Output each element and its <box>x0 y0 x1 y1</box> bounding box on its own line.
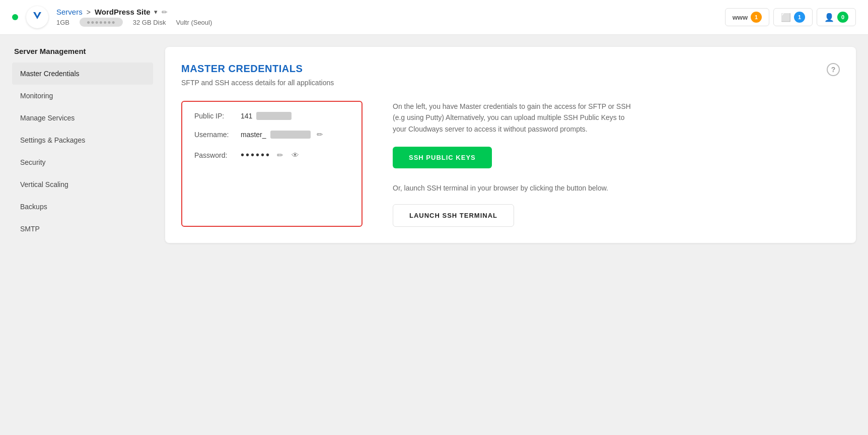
username-text-visible: master_ <box>241 131 266 139</box>
sidebar: Server Management Master Credentials Mon… <box>12 47 153 243</box>
right-panel: On the left, you have Master credentials… <box>393 101 840 227</box>
user-badge-button[interactable]: 👤 0 <box>817 8 856 26</box>
sidebar-item-security[interactable]: Security <box>12 151 153 173</box>
server-status-dot <box>12 14 18 20</box>
launch-ssh-terminal-button[interactable]: LAUNCH SSH TERMINAL <box>393 204 514 227</box>
server-location: Vultr (Seoul) <box>176 19 212 26</box>
content-panel: ? MASTER CREDENTIALS SFTP and SSH access… <box>165 47 856 243</box>
username-row: Username: master_ ✏ <box>194 129 349 140</box>
breadcrumb: Servers > WordPress Site ▾ ✏ <box>56 8 212 16</box>
ip-text-masked <box>256 112 292 120</box>
password-row: Password: •••••• ✏ 👁 <box>194 149 349 161</box>
launch-text: Or, launch SSH terminal in your browser … <box>393 182 634 194</box>
header: Servers > WordPress Site ▾ ✏ 1GB ●●●●●●●… <box>0 0 868 35</box>
ssh-public-keys-button[interactable]: SSH PUBLIC KEYS <box>393 147 492 168</box>
user-icon: 👤 <box>824 13 834 22</box>
password-show-icon[interactable]: 👁 <box>290 150 301 160</box>
main-layout: Server Management Master Credentials Mon… <box>0 35 868 255</box>
section-title: MASTER CREDENTIALS <box>181 63 840 75</box>
www-badge-button[interactable]: www 1 <box>725 8 769 26</box>
breadcrumb-current-page: WordPress Site <box>95 8 151 16</box>
ip-text-visible: 141 <box>241 112 252 120</box>
sidebar-item-smtp[interactable]: SMTP <box>12 218 153 240</box>
header-left: Servers > WordPress Site ▾ ✏ 1GB ●●●●●●●… <box>12 6 212 28</box>
help-icon[interactable]: ? <box>827 63 840 76</box>
monitor-count-badge: 1 <box>794 12 805 23</box>
password-dots: •••••• <box>241 149 271 161</box>
sidebar-item-master-credentials[interactable]: Master Credentials <box>12 63 153 85</box>
sidebar-title: Server Management <box>12 47 153 55</box>
server-ram: 1GB <box>56 19 69 26</box>
password-edit-icon[interactable]: ✏ <box>275 150 285 161</box>
sidebar-item-backups[interactable]: Backups <box>12 196 153 218</box>
server-disk: 32 GB Disk <box>133 19 166 26</box>
svg-marker-0 <box>33 12 41 19</box>
username-label: Username: <box>194 131 235 139</box>
sidebar-item-monitoring[interactable]: Monitoring <box>12 85 153 107</box>
breadcrumb-chevron-icon: > <box>87 8 91 16</box>
sidebar-item-settings-packages[interactable]: Settings & Packages <box>12 129 153 151</box>
monitor-badge-button[interactable]: ⬜ 1 <box>773 8 813 26</box>
dropdown-icon[interactable]: ▾ <box>154 8 158 16</box>
credentials-box: Public IP: 141 Username: master_ ✏ <box>181 101 363 227</box>
content-body: Public IP: 141 Username: master_ ✏ <box>181 101 840 227</box>
www-count-badge: 1 <box>751 12 762 23</box>
public-ip-row: Public IP: 141 <box>194 112 349 120</box>
edit-icon[interactable]: ✏ <box>162 8 168 16</box>
password-value: •••••• ✏ 👁 <box>241 149 301 161</box>
public-ip-label: Public IP: <box>194 112 235 120</box>
username-edit-icon[interactable]: ✏ <box>315 129 325 140</box>
sidebar-item-manage-services[interactable]: Manage Services <box>12 107 153 129</box>
info-text: On the left, you have Master credentials… <box>393 101 634 135</box>
user-count-badge: 0 <box>837 12 848 23</box>
monitor-icon: ⬜ <box>781 13 791 22</box>
server-ip-masked: ●●●●●●● <box>80 18 123 27</box>
password-label: Password: <box>194 151 235 159</box>
header-right: www 1 ⬜ 1 👤 0 <box>725 8 856 26</box>
www-icon: www <box>733 14 748 21</box>
section-subtitle: SFTP and SSH access details for all appl… <box>181 79 840 87</box>
logo <box>26 6 48 28</box>
server-info: Servers > WordPress Site ▾ ✏ 1GB ●●●●●●●… <box>56 8 212 27</box>
server-specs: 1GB ●●●●●●● 32 GB Disk Vultr (Seoul) <box>56 18 212 27</box>
breadcrumb-servers-link[interactable]: Servers <box>56 8 83 16</box>
username-text-masked <box>270 131 311 139</box>
username-value: master_ ✏ <box>241 129 325 140</box>
logo-v-icon <box>31 9 44 25</box>
public-ip-value: 141 <box>241 112 292 120</box>
sidebar-item-vertical-scaling[interactable]: Vertical Scaling <box>12 173 153 196</box>
